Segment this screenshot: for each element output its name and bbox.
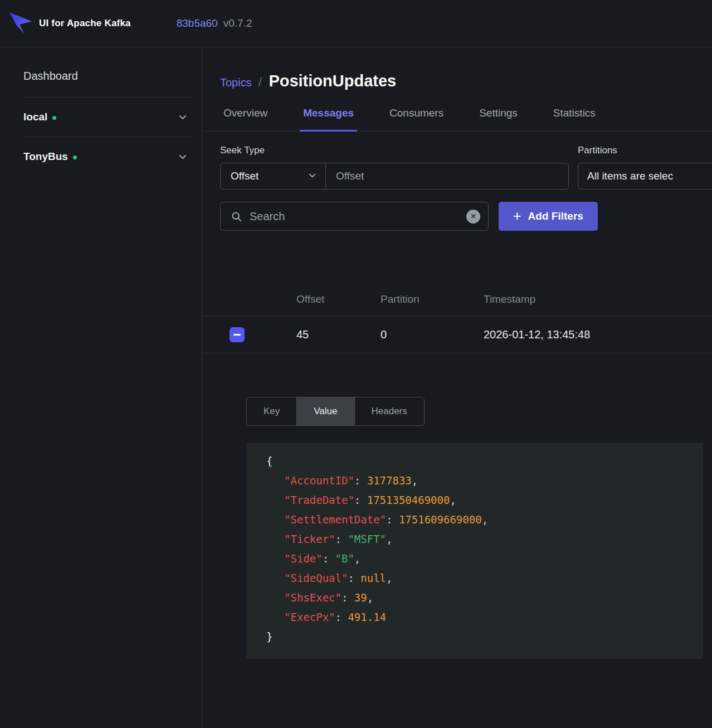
json-colon: :	[335, 611, 348, 623]
json-line: "Ticker": "MSFT",	[284, 530, 692, 549]
json-comma: ,	[482, 513, 488, 526]
message-row[interactable]: 4502026-01-12, 13:45:48	[202, 316, 712, 353]
tab-messages[interactable]: Messages	[300, 107, 357, 132]
partitions-label: Partitions	[578, 145, 712, 156]
json-colon: :	[354, 474, 367, 487]
json-key: "Side"	[284, 552, 323, 565]
clear-search-icon[interactable]: ✕	[466, 210, 480, 224]
json-comma: ,	[354, 552, 360, 565]
partitions-selected-value: All items are selec	[587, 170, 673, 182]
json-key: "ShsExec"	[284, 591, 342, 604]
cluster-status-dot	[73, 156, 77, 159]
json-line: "ExecPx": 491.14	[284, 608, 692, 627]
json-colon: :	[348, 572, 360, 584]
json-line: "AccountID": 3177833,	[284, 471, 692, 491]
json-colon: :	[354, 494, 367, 506]
app-header: UI for Apache Kafka 83b5a60 v0.7.2	[0, 0, 712, 47]
json-colon: :	[335, 533, 348, 545]
topic-tabs: Overview Messages Consumers Settings Sta…	[202, 107, 712, 132]
json-entries: "AccountID": 3177833,"TradeDate": 175135…	[266, 471, 692, 627]
json-colon: :	[323, 552, 335, 565]
tab-statistics[interactable]: Statistics	[550, 107, 599, 131]
json-value: "MSFT"	[348, 533, 386, 545]
timestamp-header: Timestamp	[484, 293, 712, 305]
json-colon: :	[342, 591, 354, 604]
sidebar: Dashboard local TonyBus	[0, 47, 202, 728]
json-comma: ,	[450, 494, 456, 506]
offset-header: Offset	[296, 293, 381, 305]
json-line: "TradeDate": 1751350469000,	[284, 491, 692, 510]
main-content: Topics / PositionUpdates Overview Messag…	[202, 47, 712, 728]
seek-type-selected-value: Offset	[231, 170, 259, 182]
offset-input[interactable]	[325, 163, 569, 190]
page-title: PositionUpdates	[269, 72, 396, 90]
search-input[interactable]	[250, 210, 466, 223]
kafka-ui-logo-icon	[8, 11, 33, 36]
app-title[interactable]: UI for Apache Kafka	[39, 18, 131, 29]
json-colon: :	[386, 513, 399, 526]
json-comma: ,	[412, 474, 418, 487]
chevron-down-icon	[308, 170, 316, 182]
minus-icon	[233, 334, 241, 336]
breadcrumb: Topics / PositionUpdates	[220, 72, 712, 90]
seek-type-select[interactable]: Offset	[220, 163, 326, 190]
sidebar-item-dashboard[interactable]: Dashboard	[23, 64, 194, 97]
messages-table-header: Offset Partition Timestamp	[202, 293, 712, 316]
sidebar-cluster-tonybus[interactable]: TonyBus	[23, 137, 194, 176]
json-comma: ,	[386, 533, 392, 545]
collapse-row-button[interactable]	[230, 327, 245, 342]
json-value: 1751350469000	[367, 494, 450, 506]
breadcrumb-separator: /	[259, 74, 262, 90]
message-detail: Key Value Headers { "AccountID": 3177833…	[246, 397, 703, 659]
timestamp-cell: 2026-01-12, 13:45:48	[484, 328, 712, 341]
chevron-down-icon	[178, 113, 187, 122]
json-key: "Ticker"	[284, 533, 335, 545]
tab-value[interactable]: Value	[297, 397, 354, 425]
version-info: 83b5a60 v0.7.2	[177, 17, 252, 30]
add-filters-label: Add Filters	[528, 210, 583, 222]
tab-key[interactable]: Key	[247, 397, 297, 425]
json-key: "ExecPx"	[284, 611, 335, 623]
json-comma: ,	[367, 591, 373, 604]
json-viewer: { "AccountID": 3177833,"TradeDate": 1751…	[246, 443, 703, 659]
json-key: "SideQual"	[284, 572, 348, 584]
json-line: "Side": "B",	[284, 549, 692, 569]
json-line: "ShsExec": 39,	[284, 588, 692, 608]
plus-icon: +	[513, 209, 521, 223]
cluster-status-dot	[52, 116, 56, 120]
expand-cell	[202, 327, 296, 342]
search-row: ✕ + Add Filters	[220, 202, 712, 231]
json-key: "TradeDate"	[284, 494, 354, 506]
tab-overview[interactable]: Overview	[220, 107, 271, 131]
search-icon	[231, 211, 242, 222]
tab-settings[interactable]: Settings	[476, 107, 521, 131]
json-comma: ,	[386, 572, 392, 584]
version-number: v0.7.2	[223, 17, 252, 30]
breadcrumb-topics-link[interactable]: Topics	[220, 76, 252, 89]
commit-hash[interactable]: 83b5a60	[177, 17, 218, 30]
sidebar-cluster-local[interactable]: local	[23, 97, 194, 137]
json-value: 491.14	[348, 611, 386, 623]
messages-table: Offset Partition Timestamp 4502026-01-12…	[202, 293, 712, 353]
offset-cell: 45	[296, 328, 381, 341]
partitions-select[interactable]: All items are selec	[578, 163, 712, 190]
partition-header: Partition	[381, 293, 484, 305]
expand-header-cell	[202, 293, 296, 305]
json-value: 39	[354, 591, 367, 604]
cluster-name: TonyBus	[23, 151, 68, 163]
message-view-tabs: Key Value Headers	[246, 397, 425, 426]
search-box: ✕	[220, 202, 489, 231]
json-key: "AccountID"	[284, 474, 354, 487]
json-key: "SettlementDate"	[284, 513, 386, 526]
tab-consumers[interactable]: Consumers	[386, 107, 447, 131]
chevron-down-icon	[178, 152, 187, 161]
json-close-brace[interactable]: }	[266, 630, 272, 643]
json-value: 3177833	[367, 474, 412, 487]
json-line: "SideQual": null,	[284, 569, 692, 588]
seek-type-label: Seek Type	[220, 145, 569, 156]
json-open-brace[interactable]: {	[266, 455, 272, 467]
json-value: "B"	[335, 552, 354, 565]
add-filters-button[interactable]: + Add Filters	[499, 202, 598, 231]
cluster-name: local	[23, 111, 47, 123]
tab-headers[interactable]: Headers	[355, 397, 424, 425]
